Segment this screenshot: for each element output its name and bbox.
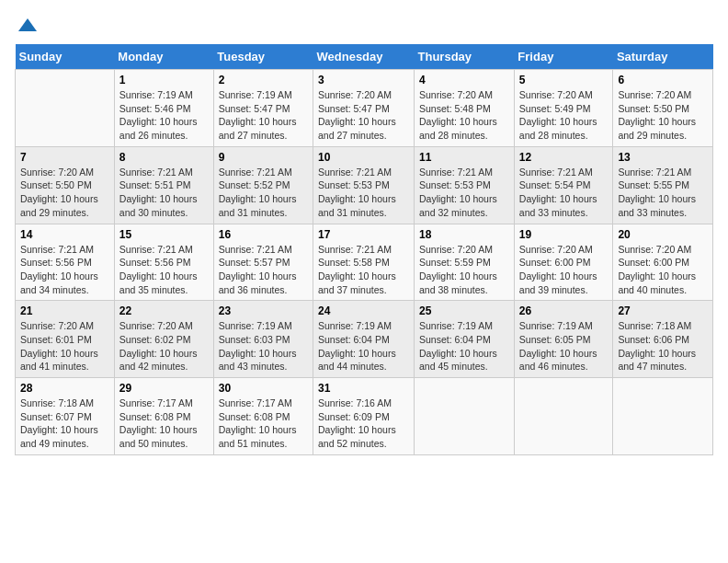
day-info: Sunrise: 7:19 AM Sunset: 6:04 PM Dayligh… xyxy=(318,319,409,373)
day-cell: 31Sunrise: 7:16 AM Sunset: 6:09 PM Dayli… xyxy=(313,378,415,455)
day-info: Sunrise: 7:20 AM Sunset: 5:49 PM Dayligh… xyxy=(519,88,609,143)
day-cell: 6Sunrise: 7:20 AM Sunset: 5:50 PM Daylig… xyxy=(613,70,713,147)
day-number: 3 xyxy=(318,74,409,86)
day-cell: 15Sunrise: 7:21 AM Sunset: 5:56 PM Dayli… xyxy=(114,224,213,301)
day-cell: 4Sunrise: 7:20 AM Sunset: 5:48 PM Daylig… xyxy=(415,70,515,147)
day-number: 19 xyxy=(519,228,609,241)
day-number: 21 xyxy=(20,304,109,317)
day-cell: 9Sunrise: 7:21 AM Sunset: 5:52 PM Daylig… xyxy=(213,146,313,224)
day-info: Sunrise: 7:18 AM Sunset: 6:06 PM Dayligh… xyxy=(618,319,708,373)
day-number: 2 xyxy=(219,74,308,86)
day-number: 15 xyxy=(119,228,209,241)
day-number: 30 xyxy=(219,382,308,395)
week-row-1: 1Sunrise: 7:19 AM Sunset: 5:46 PM Daylig… xyxy=(16,70,713,147)
day-number: 31 xyxy=(318,382,409,395)
day-number: 27 xyxy=(618,304,708,317)
day-number: 13 xyxy=(618,151,708,164)
day-info: Sunrise: 7:19 AM Sunset: 6:05 PM Dayligh… xyxy=(519,319,609,373)
day-info: Sunrise: 7:20 AM Sunset: 6:00 PM Dayligh… xyxy=(618,243,708,297)
header-cell-tuesday: Tuesday xyxy=(213,44,313,70)
day-info: Sunrise: 7:19 AM Sunset: 5:46 PM Dayligh… xyxy=(119,88,209,143)
day-cell: 5Sunrise: 7:20 AM Sunset: 5:49 PM Daylig… xyxy=(514,70,613,147)
calendar-table: SundayMondayTuesdayWednesdayThursdayFrid… xyxy=(15,44,713,455)
day-number: 20 xyxy=(618,228,708,241)
header-cell-saturday: Saturday xyxy=(613,44,713,70)
header-cell-wednesday: Wednesday xyxy=(313,44,415,70)
day-info: Sunrise: 7:21 AM Sunset: 5:56 PM Dayligh… xyxy=(20,243,109,297)
day-cell: 25Sunrise: 7:19 AM Sunset: 6:04 PM Dayli… xyxy=(415,301,515,378)
day-info: Sunrise: 7:19 AM Sunset: 5:47 PM Dayligh… xyxy=(219,88,308,143)
day-cell: 19Sunrise: 7:20 AM Sunset: 6:00 PM Dayli… xyxy=(514,224,613,301)
day-info: Sunrise: 7:20 AM Sunset: 6:02 PM Dayligh… xyxy=(119,319,209,373)
day-info: Sunrise: 7:16 AM Sunset: 6:09 PM Dayligh… xyxy=(318,396,409,451)
header-cell-thursday: Thursday xyxy=(415,44,515,70)
day-number: 16 xyxy=(219,228,308,241)
day-cell: 28Sunrise: 7:18 AM Sunset: 6:07 PM Dayli… xyxy=(16,378,115,455)
day-cell xyxy=(415,378,515,455)
day-info: Sunrise: 7:17 AM Sunset: 6:08 PM Dayligh… xyxy=(119,396,209,451)
day-number: 5 xyxy=(519,74,609,86)
day-cell: 23Sunrise: 7:19 AM Sunset: 6:03 PM Dayli… xyxy=(213,301,313,378)
day-info: Sunrise: 7:21 AM Sunset: 5:57 PM Dayligh… xyxy=(219,243,308,297)
day-number: 23 xyxy=(219,304,308,317)
day-number: 8 xyxy=(119,151,209,164)
day-cell: 3Sunrise: 7:20 AM Sunset: 5:47 PM Daylig… xyxy=(313,70,415,147)
day-cell: 8Sunrise: 7:21 AM Sunset: 5:51 PM Daylig… xyxy=(114,146,213,224)
day-cell: 20Sunrise: 7:20 AM Sunset: 6:00 PM Dayli… xyxy=(613,224,713,301)
day-cell: 7Sunrise: 7:20 AM Sunset: 5:50 PM Daylig… xyxy=(16,146,115,224)
day-cell: 24Sunrise: 7:19 AM Sunset: 6:04 PM Dayli… xyxy=(313,301,415,378)
week-row-5: 28Sunrise: 7:18 AM Sunset: 6:07 PM Dayli… xyxy=(16,378,713,455)
day-number: 25 xyxy=(419,304,509,317)
day-cell: 29Sunrise: 7:17 AM Sunset: 6:08 PM Dayli… xyxy=(114,378,213,455)
day-info: Sunrise: 7:20 AM Sunset: 5:47 PM Dayligh… xyxy=(318,88,409,143)
day-info: Sunrise: 7:21 AM Sunset: 5:56 PM Dayligh… xyxy=(119,243,209,297)
day-cell: 2Sunrise: 7:19 AM Sunset: 5:47 PM Daylig… xyxy=(213,70,313,147)
day-number: 9 xyxy=(219,151,308,164)
day-info: Sunrise: 7:21 AM Sunset: 5:52 PM Dayligh… xyxy=(219,166,308,220)
day-number: 12 xyxy=(519,151,609,164)
day-cell: 18Sunrise: 7:20 AM Sunset: 5:59 PM Dayli… xyxy=(415,224,515,301)
day-cell: 27Sunrise: 7:18 AM Sunset: 6:06 PM Dayli… xyxy=(613,301,713,378)
day-number: 28 xyxy=(20,382,109,395)
day-cell: 13Sunrise: 7:21 AM Sunset: 5:55 PM Dayli… xyxy=(613,146,713,224)
day-info: Sunrise: 7:19 AM Sunset: 6:03 PM Dayligh… xyxy=(219,319,308,373)
day-info: Sunrise: 7:17 AM Sunset: 6:08 PM Dayligh… xyxy=(219,396,308,451)
day-cell: 14Sunrise: 7:21 AM Sunset: 5:56 PM Dayli… xyxy=(16,224,115,301)
day-number: 4 xyxy=(419,74,509,86)
week-row-3: 14Sunrise: 7:21 AM Sunset: 5:56 PM Dayli… xyxy=(16,224,713,301)
day-info: Sunrise: 7:21 AM Sunset: 5:58 PM Dayligh… xyxy=(318,243,409,297)
day-cell xyxy=(613,378,713,455)
day-info: Sunrise: 7:21 AM Sunset: 5:54 PM Dayligh… xyxy=(519,166,609,220)
day-number: 22 xyxy=(119,304,209,317)
svg-marker-0 xyxy=(18,18,37,31)
logo-icon xyxy=(17,15,39,37)
page-header xyxy=(15,15,713,37)
day-info: Sunrise: 7:20 AM Sunset: 5:59 PM Dayligh… xyxy=(419,243,509,297)
header-row: SundayMondayTuesdayWednesdayThursdayFrid… xyxy=(16,44,713,70)
day-number: 17 xyxy=(318,228,409,241)
day-number: 7 xyxy=(20,151,109,164)
day-cell: 26Sunrise: 7:19 AM Sunset: 6:05 PM Dayli… xyxy=(514,301,613,378)
day-cell: 16Sunrise: 7:21 AM Sunset: 5:57 PM Dayli… xyxy=(213,224,313,301)
day-number: 26 xyxy=(519,304,609,317)
day-number: 11 xyxy=(419,151,509,164)
day-cell: 10Sunrise: 7:21 AM Sunset: 5:53 PM Dayli… xyxy=(313,146,415,224)
day-cell: 17Sunrise: 7:21 AM Sunset: 5:58 PM Dayli… xyxy=(313,224,415,301)
day-info: Sunrise: 7:21 AM Sunset: 5:53 PM Dayligh… xyxy=(419,166,509,220)
day-info: Sunrise: 7:20 AM Sunset: 5:48 PM Dayligh… xyxy=(419,88,509,143)
day-cell: 22Sunrise: 7:20 AM Sunset: 6:02 PM Dayli… xyxy=(114,301,213,378)
day-cell: 12Sunrise: 7:21 AM Sunset: 5:54 PM Dayli… xyxy=(514,146,613,224)
day-number: 29 xyxy=(119,382,209,395)
day-info: Sunrise: 7:20 AM Sunset: 5:50 PM Dayligh… xyxy=(20,166,109,220)
day-number: 18 xyxy=(419,228,509,241)
header-cell-monday: Monday xyxy=(114,44,213,70)
day-cell: 1Sunrise: 7:19 AM Sunset: 5:46 PM Daylig… xyxy=(114,70,213,147)
day-info: Sunrise: 7:21 AM Sunset: 5:55 PM Dayligh… xyxy=(618,166,708,220)
day-info: Sunrise: 7:20 AM Sunset: 5:50 PM Dayligh… xyxy=(618,88,708,143)
logo xyxy=(15,15,39,37)
day-number: 14 xyxy=(20,228,109,241)
day-info: Sunrise: 7:18 AM Sunset: 6:07 PM Dayligh… xyxy=(20,396,109,451)
day-number: 24 xyxy=(318,304,409,317)
day-number: 1 xyxy=(119,74,209,86)
header-cell-sunday: Sunday xyxy=(16,44,115,70)
